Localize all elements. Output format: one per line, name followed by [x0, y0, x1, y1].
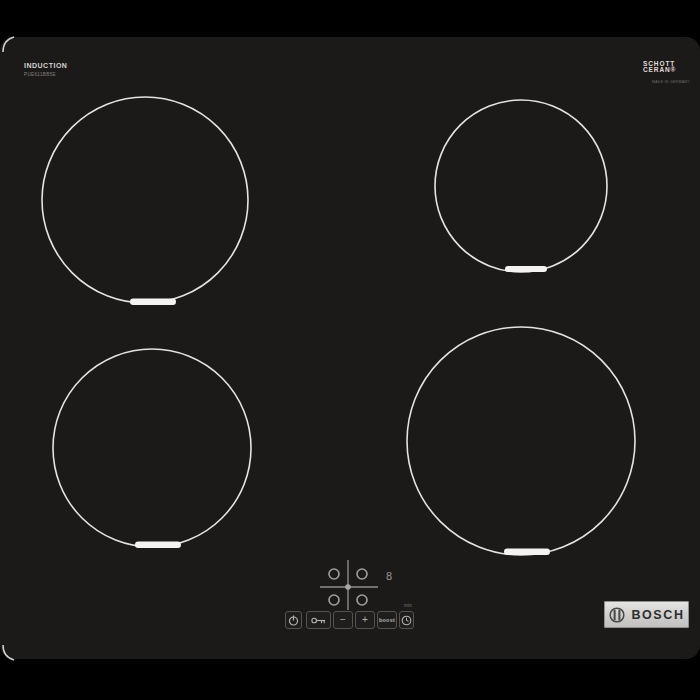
- key-icon: [311, 616, 326, 625]
- zone-select-rear-left[interactable]: [329, 569, 339, 579]
- timer-min-label: min: [404, 603, 412, 608]
- bosch-badge: BOSCH: [604, 601, 689, 628]
- schott-ceran-logo: SCHOTT CERAN® MADE IN GERMANY: [643, 61, 690, 84]
- schott-line2: CERAN®: [643, 67, 690, 73]
- zone-select-front-left[interactable]: [329, 595, 339, 605]
- induction-label: INDUCTION: [24, 62, 67, 69]
- boost-button[interactable]: boost: [377, 611, 397, 629]
- model-number: PUE611BB5E: [24, 72, 67, 77]
- power-icon: [288, 615, 299, 626]
- bosch-wordmark: BOSCH: [631, 608, 684, 622]
- bosch-armature-icon: [608, 606, 626, 624]
- clock-icon: [401, 615, 412, 626]
- power-level-display: 8: [383, 570, 395, 584]
- child-lock-button[interactable]: [306, 611, 331, 629]
- decrease-button[interactable]: −: [333, 611, 353, 629]
- zone-selector-center-dot: [345, 584, 351, 590]
- timer-button[interactable]: [399, 611, 414, 629]
- power-button[interactable]: [285, 611, 302, 629]
- zone-select-rear-right[interactable]: [357, 569, 367, 579]
- surface-print-top-left: INDUCTION PUE611BB5E: [24, 62, 67, 77]
- zone-select-front-right[interactable]: [357, 595, 367, 605]
- cooktop-product-photo: INDUCTION PUE611BB5E SCHOTT CERAN® MADE …: [0, 0, 700, 700]
- zone-selector[interactable]: [320, 558, 378, 612]
- increase-button[interactable]: +: [355, 611, 375, 629]
- schott-line3: MADE IN GERMANY: [652, 80, 690, 84]
